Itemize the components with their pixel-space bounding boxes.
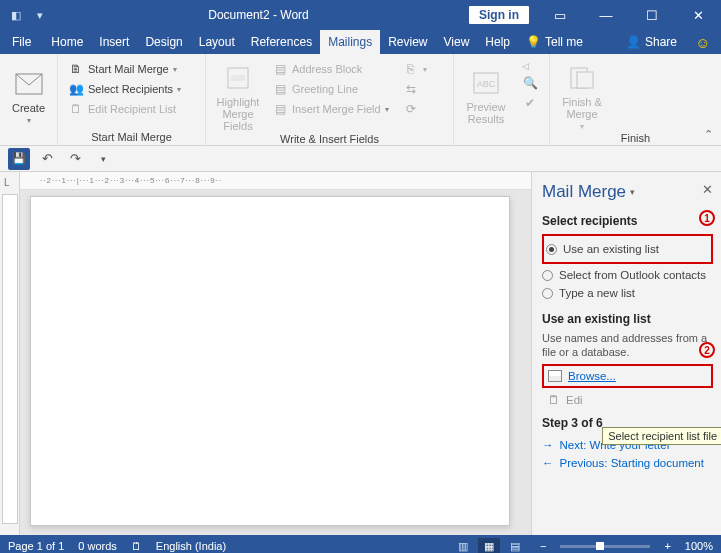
radio-selected-icon (546, 244, 557, 255)
tab-help[interactable]: Help (477, 30, 518, 54)
bulb-icon: 💡 (526, 35, 541, 49)
preview-icon: ABC (470, 67, 502, 99)
share-icon: 👤 (626, 35, 641, 49)
group-write-label: Write & Insert Fields (212, 132, 447, 145)
greet-label: Greeting Line (292, 83, 358, 95)
tab-file[interactable]: File (0, 30, 43, 54)
group-preview: ABC Preview Results ◁ 🔍 ✔ (454, 54, 550, 145)
customize-qat-button[interactable]: ▾ (92, 148, 114, 170)
section-use-existing: Use an existing list (542, 312, 713, 326)
edit-label: Edit Recipient List (88, 103, 176, 115)
tab-review[interactable]: Review (380, 30, 435, 54)
create-button[interactable]: Create ▾ (6, 58, 51, 130)
address-icon: ▤ (272, 61, 288, 77)
tab-insert[interactable]: Insert (91, 30, 137, 54)
down-icon[interactable]: ▾ (32, 7, 48, 23)
zoom-in-button[interactable]: + (664, 540, 670, 552)
zoom-out-button[interactable]: − (540, 540, 546, 552)
annotation-marker-2: 2 (699, 342, 715, 358)
tell-me-label: Tell me (545, 35, 583, 49)
share-button[interactable]: 👤Share (618, 30, 685, 54)
word-count[interactable]: 0 words (78, 540, 117, 552)
tab-design[interactable]: Design (137, 30, 190, 54)
option-use-existing-list[interactable]: Use an existing list (546, 240, 709, 258)
select-recipients-button[interactable]: 👥Select Recipients (64, 80, 185, 98)
tab-references[interactable]: References (243, 30, 320, 54)
previous-step-link[interactable]: ←Previous: Starting document (542, 454, 713, 472)
page-scroll[interactable] (20, 190, 531, 535)
ruler-vertical-side: L (0, 172, 20, 535)
language-indicator[interactable]: English (India) (156, 540, 226, 552)
feedback-icon[interactable]: ☺ (691, 30, 715, 54)
ruler-vertical[interactable] (2, 194, 18, 524)
group-start-mail-merge: 🗎Start Mail Merge 👥Select Recipients 🗒Ed… (58, 54, 206, 145)
envelope-icon (13, 68, 45, 100)
edit-recipient-list-link: 🗒 Edi (542, 394, 713, 406)
zoom-slider[interactable] (560, 545, 650, 548)
highlight-existing-list: Use an existing list (542, 234, 713, 264)
tab-layout[interactable]: Layout (191, 30, 243, 54)
read-mode-button[interactable]: ▥ (452, 538, 474, 553)
preview-label: Preview Results (460, 101, 512, 125)
collapse-ribbon-icon[interactable]: ⌃ (704, 128, 713, 141)
print-layout-button[interactable]: ▦ (478, 538, 500, 553)
page[interactable] (30, 196, 510, 526)
pane-close-button[interactable]: ✕ (702, 182, 713, 197)
chevron-down-icon: ▾ (27, 116, 31, 125)
update-icon: ⟳ (403, 101, 419, 117)
tab-mailings[interactable]: Mailings (320, 30, 380, 54)
ruler-marks: ··2···1···|···1···2···3···4···5···6···7·… (40, 176, 222, 185)
option-outlook-contacts[interactable]: Select from Outlook contacts (542, 266, 713, 284)
rules-button: ⎘▾ (399, 60, 431, 78)
group-create-label (6, 130, 51, 143)
highlight-browse: Browse... (542, 364, 713, 388)
quick-access-toolbar: 💾 ↶ ↷ ▾ (0, 146, 721, 172)
redo-button[interactable]: ↷ (64, 148, 86, 170)
status-bar: Page 1 of 1 0 words 🗒 English (India) ▥ … (0, 535, 721, 553)
start-mail-merge-button[interactable]: 🗎Start Mail Merge (64, 60, 185, 78)
close-button[interactable]: ✕ (675, 0, 721, 30)
document-icon: 🗎 (68, 61, 84, 77)
chevron-down-icon: ▾ (580, 122, 584, 131)
match-fields-button: ⇆ (399, 80, 431, 98)
update-labels-button: ⟳ (399, 100, 431, 118)
qat-left: ◧ ▾ (0, 7, 48, 23)
save-button[interactable]: 💾 (8, 148, 30, 170)
ribbon-display-icon[interactable]: ▭ (537, 0, 583, 30)
insert-merge-field-button: ▤Insert Merge Field (268, 100, 393, 118)
option-type-new-list[interactable]: Type a new list (542, 284, 713, 302)
tab-home[interactable]: Home (43, 30, 91, 54)
use-existing-description: Use names and addresses from a file or a… (542, 332, 713, 360)
ruler-horizontal[interactable]: ··2···1···|···1···2···3···4···5···6···7·… (20, 172, 531, 190)
find-recipient-button: 🔍 (518, 74, 542, 92)
addr-label: Address Block (292, 63, 362, 75)
tell-me[interactable]: 💡Tell me (518, 30, 591, 54)
tab-view[interactable]: View (436, 30, 478, 54)
rules-icon: ⎘ (403, 61, 419, 77)
greeting-icon: ▤ (272, 81, 288, 97)
maximize-button[interactable]: ☐ (629, 0, 675, 30)
mail-merge-pane: ✕ Mail Merge▾ Select recipients 1 Use an… (531, 172, 721, 535)
web-layout-button[interactable]: ▤ (504, 538, 526, 553)
pane-title-text: Mail Merge (542, 182, 626, 202)
browse-link[interactable]: Browse... (568, 370, 616, 382)
radio-icon (542, 288, 553, 299)
chevron-down-icon[interactable]: ▾ (630, 187, 635, 197)
minimize-button[interactable]: — (583, 0, 629, 30)
page-indicator[interactable]: Page 1 of 1 (8, 540, 64, 552)
finish-icon (566, 62, 598, 94)
insert-label: Insert Merge Field (292, 103, 381, 115)
sign-in-button[interactable]: Sign in (469, 6, 529, 24)
view-switcher: ▥ ▦ ▤ (452, 538, 526, 553)
group-write-insert: Highlight Merge Fields ▤Address Block ▤G… (206, 54, 454, 145)
zoom-level[interactable]: 100% (685, 540, 713, 552)
annotation-marker-1: 1 (699, 210, 715, 226)
group-preview-label (460, 130, 543, 143)
spellcheck-icon[interactable]: 🗒 (131, 540, 142, 552)
undo-button[interactable]: ↶ (36, 148, 58, 170)
create-label: Create (12, 102, 45, 114)
highlight-label: Highlight Merge Fields (212, 96, 264, 132)
autosave-icon[interactable]: ◧ (8, 7, 24, 23)
group-create: Create ▾ (0, 54, 58, 145)
content-area: L ··2···1···|···1···2···3···4···5···6···… (0, 172, 721, 535)
